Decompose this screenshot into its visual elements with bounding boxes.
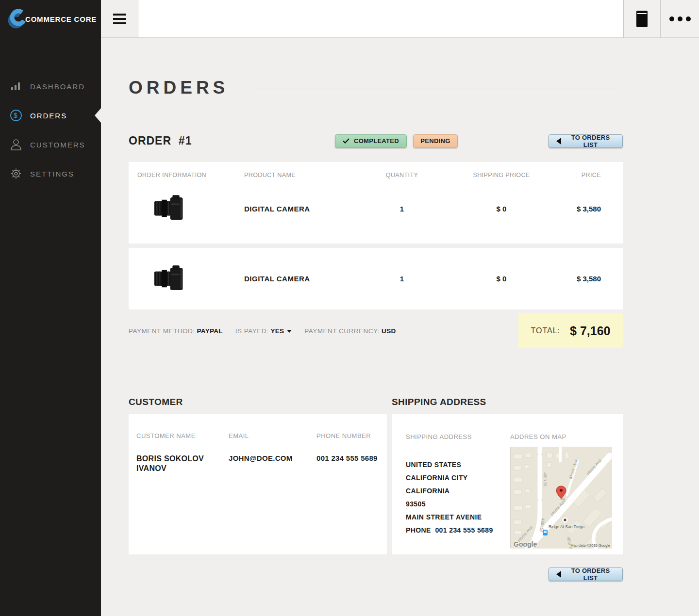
dollar-circle-icon: $ bbox=[10, 109, 22, 122]
sidebar-item-label: SETTINGS bbox=[30, 170, 74, 178]
shipping-section: SHIPPING ADDRESS SHIPPING ADDRESS UNITED… bbox=[392, 397, 623, 554]
mobile-device-button[interactable] bbox=[623, 0, 660, 37]
product-image-camera bbox=[153, 193, 188, 224]
product-price: $ 3,580 bbox=[569, 275, 601, 283]
address-line: MAIN STREET AVENIE bbox=[406, 511, 510, 524]
product-image-camera bbox=[153, 263, 188, 294]
address-line: CALIFORNIA bbox=[406, 485, 510, 498]
customer-phone: 001 234 555 5689 bbox=[316, 454, 379, 473]
order-items-card: ORDER INFORMATION PRODUCT NAME QUANTITY … bbox=[129, 162, 623, 243]
product-shipping-price: $ 0 bbox=[433, 275, 569, 283]
table-header: ORDER INFORMATION PRODUCT NAME QUANTITY … bbox=[129, 172, 623, 178]
status-completed-button[interactable]: COMPLEATED bbox=[335, 134, 407, 148]
map-attribution: Map data ©2015 Google bbox=[570, 543, 610, 548]
ellipsis-icon bbox=[669, 16, 691, 21]
hamburger-icon bbox=[113, 14, 126, 16]
more-options-button[interactable] bbox=[660, 0, 699, 37]
address-line: 93505 bbox=[406, 498, 510, 511]
status-pending-button[interactable]: PENDING bbox=[413, 134, 458, 148]
sidebar-item-customers[interactable]: CUSTOMERS bbox=[0, 130, 101, 159]
svg-text:46th St: 46th St bbox=[543, 472, 548, 486]
order-title: ORDER #1 bbox=[129, 134, 335, 147]
table-row: DIGITAL CAMERA 1 $ 0 $ 3,580 bbox=[129, 263, 623, 294]
payment-info: PAYMENT METHOD:PAYPAL IS PAYED:YES PAYME… bbox=[129, 327, 396, 335]
product-shipping-price: $ 0 bbox=[433, 205, 569, 213]
table-row: DIGITAL CAMERA 1 $ 0 $ 3,580 bbox=[129, 178, 623, 239]
map-column: ADDRES ON MAP bbox=[510, 432, 615, 554]
svg-text:↓: ↓ bbox=[537, 497, 539, 502]
product-quantity: 1 bbox=[370, 205, 433, 213]
order-total: TOTAL: $ 7,160 bbox=[518, 313, 623, 348]
customer-section: CUSTOMER CUSTOMER NAME EMAIL PHONE NUMBE… bbox=[129, 397, 387, 554]
gear-icon bbox=[10, 167, 22, 180]
order-items-card: DIGITAL CAMERA 1 $ 0 $ 3,580 bbox=[129, 248, 623, 309]
customer-name: BORIS SOKOLOV IVANOV bbox=[136, 454, 214, 473]
to-orders-list-button-bottom[interactable]: TO ORDERS LIST bbox=[549, 567, 623, 581]
payment-currency: PAYMENT CURRENCY:USD bbox=[304, 327, 396, 335]
person-icon bbox=[10, 138, 22, 151]
map-image: ↓ ↑ ↓ ↑ 46th St 46th St 46th St Home Ave bbox=[511, 447, 612, 549]
sidebar-item-label: DASHBOARD bbox=[30, 82, 85, 91]
transit-icon bbox=[543, 530, 548, 535]
shipping-address-column: SHIPPING ADDRESS UNITED STATES CALIFORNI… bbox=[406, 432, 510, 554]
mobile-device-icon bbox=[636, 11, 648, 27]
to-orders-list-button[interactable]: TO ORDERS LIST bbox=[549, 134, 623, 148]
svg-text:↓: ↓ bbox=[537, 452, 539, 456]
page-title: ORDERS bbox=[129, 78, 229, 98]
order-total-value: $ 7,160 bbox=[570, 324, 610, 338]
google-logo: Google bbox=[514, 540, 537, 548]
check-icon bbox=[343, 138, 350, 144]
product-name: DIGITAL CAMERA bbox=[244, 205, 370, 213]
main-content: ORDERS ORDER #1 COMPLEATED PENDING TO OR… bbox=[101, 38, 699, 616]
shipping-heading: SHIPPING ADDRESS bbox=[392, 397, 623, 407]
map[interactable]: ↓ ↑ ↓ ↑ 46th St 46th St 46th St Home Ave bbox=[510, 447, 612, 548]
sidebar-item-orders[interactable]: $ ORDERS bbox=[0, 101, 101, 130]
sidebar-item-dashboard[interactable]: DASHBOARD bbox=[0, 72, 101, 101]
payment-method: PAYMENT METHOD:PAYPAL bbox=[129, 327, 223, 335]
address-line: CALIFORNIA CITY bbox=[406, 471, 510, 485]
caret-down-icon bbox=[287, 330, 292, 333]
title-divider bbox=[249, 88, 623, 88]
brand-name: COMMERCE CORE bbox=[25, 15, 97, 23]
svg-text:↑: ↑ bbox=[541, 453, 543, 457]
customer-email: JOHN@DOE.COM bbox=[229, 454, 316, 473]
sidebar: COMMERCE CORE DASHBOARD $ ORDERS bbox=[0, 0, 101, 616]
back-arrow-icon bbox=[556, 571, 561, 578]
sidebar-item-label: CUSTOMERS bbox=[30, 141, 85, 149]
sidebar-item-settings[interactable]: SETTINGS bbox=[0, 159, 101, 188]
topbar bbox=[101, 0, 699, 38]
svg-text:$: $ bbox=[14, 112, 18, 119]
brand[interactable]: COMMERCE CORE bbox=[0, 0, 101, 38]
hamburger-menu-button[interactable] bbox=[101, 0, 138, 37]
address-line: UNITED STATES bbox=[406, 458, 510, 471]
product-price: $ 3,580 bbox=[569, 205, 601, 213]
active-indicator bbox=[95, 108, 101, 123]
product-name: DIGITAL CAMERA bbox=[244, 275, 370, 283]
back-arrow-icon bbox=[556, 138, 561, 145]
customer-card: CUSTOMER NAME EMAIL PHONE NUMBER BORIS S… bbox=[129, 414, 387, 554]
shipping-card: SHIPPING ADDRESS UNITED STATES CALIFORNI… bbox=[392, 414, 623, 554]
sidebar-nav: DASHBOARD $ ORDERS CUSTOMERS bbox=[0, 72, 101, 188]
product-quantity: 1 bbox=[370, 275, 433, 283]
customer-heading: CUSTOMER bbox=[129, 397, 387, 407]
bar-chart-icon bbox=[10, 80, 22, 93]
map-poi-label: Ridge At San Diego bbox=[549, 524, 584, 529]
is-payed-dropdown[interactable]: IS PAYED:YES bbox=[235, 327, 292, 335]
address-phone-line: PHONE 001 234 555 5689 bbox=[406, 524, 510, 537]
sidebar-item-label: ORDERS bbox=[30, 112, 67, 120]
svg-text:↑: ↑ bbox=[541, 498, 543, 503]
